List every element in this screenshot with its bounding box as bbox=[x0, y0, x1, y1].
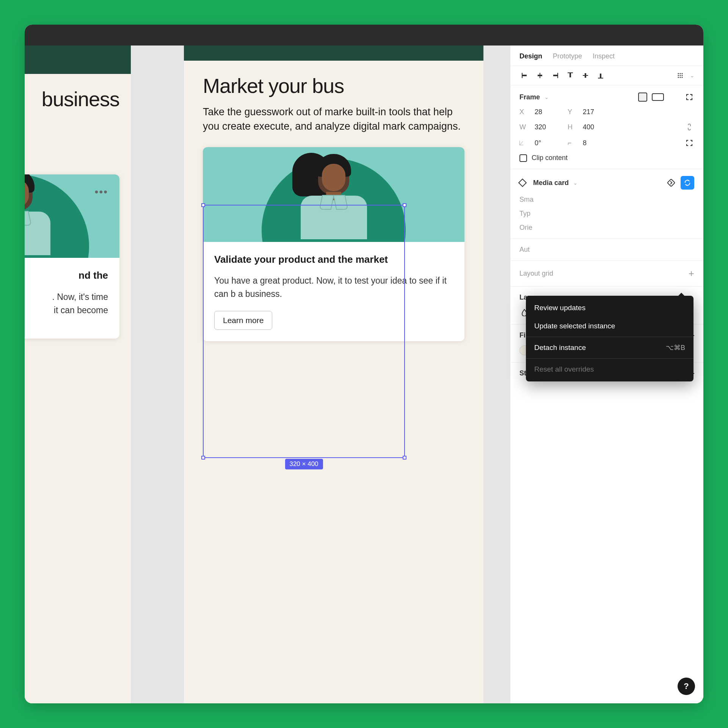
align-left-icon[interactable] bbox=[519, 71, 530, 80]
more-icon[interactable]: ••• bbox=[95, 186, 108, 198]
align-bottom-icon[interactable] bbox=[595, 71, 606, 80]
y-label: Y bbox=[568, 108, 576, 116]
component-section: Media card ⌄ Sma Typ Orie bbox=[510, 169, 703, 239]
clip-content-checkbox[interactable] bbox=[519, 154, 527, 162]
artboard-right: Market your bus Take the guesswork out o… bbox=[184, 46, 483, 703]
sub-text: Take the guesswork out of marke built-in… bbox=[203, 105, 464, 134]
frame-section: Frame ⌄ X 28 Y 217 W 320 H 400 ⟀ 0° ⌐ 8 … bbox=[510, 85, 703, 169]
card-image bbox=[203, 147, 464, 242]
svg-rect-21 bbox=[667, 179, 675, 187]
layout-grid-section: Layout grid + bbox=[510, 261, 703, 287]
menu-review-updates[interactable]: Review updates bbox=[526, 299, 693, 317]
chevron-down-icon[interactable]: ⌄ bbox=[544, 94, 549, 100]
menu-update-instance[interactable]: Update selected instance bbox=[526, 317, 693, 335]
sub-text: f marketing with u create, tal marketing bbox=[25, 118, 119, 161]
card-desc: . Now, it's time it can become bbox=[25, 290, 108, 317]
align-row: ⌄ bbox=[510, 66, 703, 85]
rotation-value[interactable]: 0° bbox=[535, 139, 563, 147]
autolayout-section: Aut bbox=[510, 239, 703, 261]
go-to-main-icon[interactable] bbox=[666, 178, 676, 188]
align-top-icon[interactable] bbox=[565, 71, 576, 80]
media-card-selected[interactable]: Validate your product and the market You… bbox=[203, 147, 464, 342]
sync-updates-button[interactable] bbox=[681, 176, 694, 190]
y-value[interactable]: 217 bbox=[583, 108, 594, 116]
tab-prototype[interactable]: Prototype bbox=[553, 52, 582, 60]
h-value[interactable]: 400 bbox=[583, 123, 594, 131]
section-label: Layout grid bbox=[519, 270, 553, 278]
tab-design[interactable]: Design bbox=[519, 52, 542, 60]
svg-point-13 bbox=[680, 73, 681, 74]
card-title: nd the bbox=[25, 269, 108, 282]
tab-inspect[interactable]: Inspect bbox=[593, 52, 615, 60]
resize-fit-icon[interactable] bbox=[684, 92, 694, 102]
prop-label: Orie bbox=[519, 224, 532, 232]
svg-point-18 bbox=[678, 77, 679, 78]
card-desc: You have a great product. Now, it to tes… bbox=[214, 274, 453, 300]
frame-label: Frame bbox=[519, 93, 540, 101]
prop-label: Typ bbox=[519, 210, 530, 218]
clip-content-label: Clip content bbox=[532, 154, 568, 162]
card-title: Validate your product and the market bbox=[214, 253, 453, 266]
top-bar bbox=[25, 25, 703, 46]
x-label: X bbox=[519, 108, 528, 116]
prop-label: Sma bbox=[519, 196, 533, 204]
tidy-icon[interactable] bbox=[675, 71, 686, 80]
svg-point-15 bbox=[678, 75, 679, 76]
app-window: business f marketing with u create, tal … bbox=[25, 25, 703, 703]
section-label: Aut bbox=[519, 246, 530, 254]
radius-value[interactable]: 8 bbox=[583, 139, 587, 147]
add-icon[interactable]: + bbox=[689, 268, 694, 279]
x-value[interactable]: 28 bbox=[535, 108, 563, 116]
svg-point-16 bbox=[680, 75, 681, 76]
align-hcenter-icon[interactable] bbox=[535, 71, 545, 80]
headline: business bbox=[25, 87, 119, 111]
svg-point-19 bbox=[680, 77, 681, 78]
orientation-landscape-icon[interactable] bbox=[652, 93, 664, 101]
orientation-portrait-icon[interactable] bbox=[638, 93, 647, 102]
chevron-down-icon[interactable]: ⌄ bbox=[690, 73, 694, 78]
h-label: H bbox=[568, 123, 576, 131]
component-name[interactable]: Media card bbox=[533, 179, 569, 187]
w-value[interactable]: 320 bbox=[535, 123, 563, 131]
constrain-icon[interactable] bbox=[684, 122, 694, 132]
align-vcenter-icon[interactable] bbox=[580, 71, 591, 80]
context-menu: Review updates Update selected instance … bbox=[526, 296, 693, 381]
chevron-down-icon[interactable]: ⌄ bbox=[573, 180, 577, 186]
help-button[interactable]: ? bbox=[678, 678, 695, 695]
headline: Market your bus bbox=[203, 74, 464, 97]
artboard-left: business f marketing with u create, tal … bbox=[25, 46, 131, 703]
svg-point-12 bbox=[678, 73, 679, 74]
svg-point-20 bbox=[682, 77, 683, 78]
menu-reset-overrides: Reset all overrides bbox=[526, 360, 693, 378]
learn-more-button[interactable]: Learn more bbox=[214, 311, 272, 330]
component-icon bbox=[518, 179, 527, 187]
svg-point-14 bbox=[682, 73, 683, 74]
menu-detach-instance[interactable]: Detach instance⌥⌘B bbox=[526, 339, 693, 357]
canvas[interactable]: business f marketing with u create, tal … bbox=[25, 46, 510, 703]
w-label: W bbox=[519, 123, 528, 131]
rotation-icon: ⟀ bbox=[519, 139, 528, 147]
align-right-icon[interactable] bbox=[550, 71, 560, 80]
svg-point-17 bbox=[682, 75, 683, 76]
independent-corners-icon[interactable] bbox=[684, 138, 694, 148]
media-card: ••• nd the . Now, it's time it can becom… bbox=[25, 174, 119, 339]
panel-tabs: Design Prototype Inspect bbox=[510, 46, 703, 66]
radius-icon: ⌐ bbox=[568, 139, 576, 147]
